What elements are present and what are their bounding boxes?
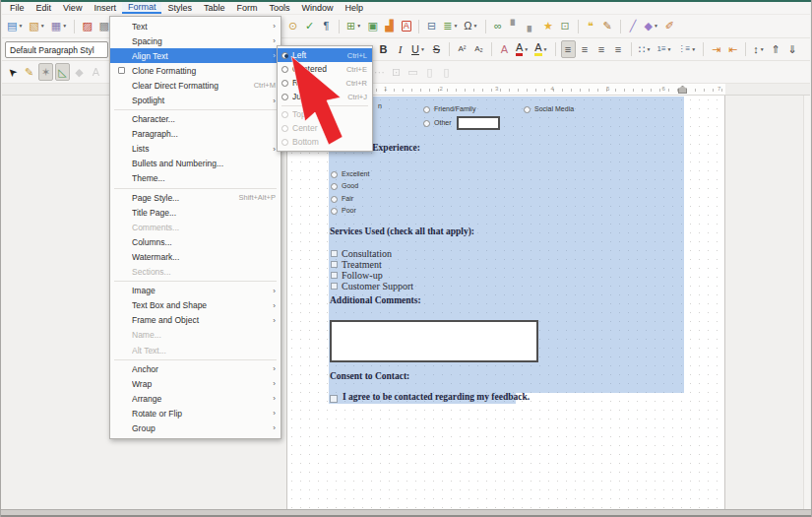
insert-image-button[interactable]: ▣ <box>365 18 380 35</box>
menubar-item-view[interactable]: View <box>57 2 88 14</box>
menu-item-frame-and-object[interactable]: Frame and Object› <box>110 313 281 328</box>
menubar-item-edit[interactable]: Edit <box>31 2 58 14</box>
highlight-color-button[interactable]: A▼ <box>532 40 549 58</box>
insert-field-button[interactable]: ≣▼ <box>441 18 460 35</box>
submenu-item-justified[interactable]: JustifiedCtrl+J <box>278 90 372 103</box>
submenu-item-right[interactable]: RightCtrl+R <box>278 76 372 90</box>
poor-radio[interactable] <box>331 208 338 215</box>
vertical-scrollbar[interactable] <box>803 96 810 509</box>
dropdown-arrow-icon[interactable]: ▼ <box>453 24 458 29</box>
consultation-check[interactable] <box>331 250 338 257</box>
menubar-item-tools[interactable]: Tools <box>263 2 295 14</box>
menu-item-image[interactable]: Image› <box>110 284 281 298</box>
strikethrough-button[interactable]: S <box>429 40 444 58</box>
friend-family-radio[interactable] <box>423 106 430 113</box>
menubar-item-form[interactable]: Form <box>230 2 263 14</box>
document-page[interactable]: n Friend/Family Social Media Other Rate … <box>286 96 725 509</box>
outline-list-button[interactable]: ⋮≡▼ <box>676 40 699 58</box>
select-pointer-button[interactable]: ➤ <box>5 63 20 81</box>
basic-shapes-button[interactable]: ◆▼ <box>643 18 660 35</box>
insert-chart-button[interactable]: ▟ <box>382 18 397 35</box>
menu-item-page-style[interactable]: Page Style...Shift+Alt+P <box>110 190 281 205</box>
menu-item-clone-formatting[interactable]: Clone Formatting <box>110 63 281 78</box>
menubar-item-styles[interactable]: Styles <box>161 2 198 14</box>
insert-table-button[interactable]: ⊞▼ <box>344 18 363 35</box>
draw-functions-button[interactable]: ✐ <box>662 18 677 35</box>
insert-comment-button[interactable]: ❝ <box>584 18 598 35</box>
spellcheck-button[interactable]: ✓ <box>302 18 317 35</box>
bullet-list-button[interactable]: ∷▼ <box>637 40 654 58</box>
insert-pagebreak-button[interactable]: ⊟ <box>424 18 439 35</box>
menu-item-wrap[interactable]: Wrap› <box>110 376 281 391</box>
save-button[interactable]: ▦▼ <box>49 18 69 35</box>
superscript-button[interactable]: A² <box>455 40 469 58</box>
insert-hyperlink-button[interactable]: ∞ <box>491 18 506 35</box>
special-character-button[interactable]: Ω▼ <box>462 18 479 35</box>
dropdown-arrow-icon[interactable]: ▼ <box>691 47 696 52</box>
align-justify-button[interactable]: ≡ <box>611 40 626 58</box>
menu-item-rotate-or-flip[interactable]: Rotate or Flip› <box>110 406 281 420</box>
clear-formatting-button[interactable]: A <box>497 40 512 58</box>
increase-indent-button[interactable]: ⇥ <box>709 40 723 58</box>
bold-button[interactable]: B <box>376 40 391 58</box>
dropdown-arrow-icon[interactable]: ▼ <box>760 47 765 52</box>
submenu-item-centered[interactable]: CenteredCtrl+E <box>278 62 372 76</box>
menu-item-bullets-and-numbering[interactable]: Bullets and Numbering... <box>110 157 281 171</box>
cross-reference-button[interactable]: ⊡ <box>558 18 573 35</box>
new-document-button[interactable]: ▤▼ <box>5 18 25 35</box>
menu-item-text-box-and-shape[interactable]: Text Box and Shape› <box>110 298 281 313</box>
excellent-radio[interactable] <box>331 171 338 178</box>
customer-support-check[interactable] <box>331 283 338 290</box>
decrease-paragraph-spacing-button[interactable]: ⇓ <box>785 40 800 58</box>
numbered-list-button[interactable]: 1≡▼ <box>655 40 673 58</box>
menubar-item-insert[interactable]: Insert <box>88 2 122 14</box>
insert-header-button[interactable]: ▘ <box>508 18 523 35</box>
dropdown-arrow-icon[interactable]: ▼ <box>524 47 529 52</box>
menu-item-group[interactable]: Group› <box>110 420 281 435</box>
menu-item-watermark[interactable]: Watermark... <box>110 249 281 264</box>
menu-item-theme[interactable]: Theme... <box>110 171 281 186</box>
design-mode-button[interactable]: ✎ <box>22 63 36 81</box>
menu-item-spotlight[interactable]: Spotlight› <box>110 93 281 107</box>
follow-up-check[interactable] <box>331 272 338 279</box>
other-text-input[interactable] <box>457 116 500 130</box>
consent-checkbox[interactable] <box>330 395 338 403</box>
insert-footer-button[interactable]: ▖ <box>525 18 539 35</box>
find-replace-button[interactable]: ⊙ <box>285 18 300 35</box>
social-media-radio[interactable] <box>524 106 531 113</box>
menu-item-clear-direct-formatting[interactable]: Clear Direct FormattingCtrl+M <box>110 78 281 93</box>
menubar-item-format[interactable]: Format <box>122 2 162 14</box>
dropdown-arrow-icon[interactable]: ▼ <box>654 24 658 29</box>
font-color-button[interactable]: A▼ <box>514 40 531 58</box>
dropdown-arrow-icon[interactable]: ▼ <box>647 47 652 52</box>
align-left-button[interactable]: ≡ <box>561 40 576 58</box>
insert-textbox-button[interactable]: A <box>399 18 413 35</box>
menu-item-paragraph[interactable]: Paragraph... <box>110 127 281 142</box>
menu-item-anchor[interactable]: Anchor› <box>110 361 281 376</box>
export-pdf-button[interactable]: ▨ <box>80 18 94 35</box>
control-wizards-button[interactable]: ✶ <box>38 63 53 81</box>
menu-item-spacing[interactable]: Spacing› <box>110 33 281 48</box>
insert-bookmark-button[interactable]: ★ <box>541 18 556 35</box>
menu-item-arrange[interactable]: Arrange› <box>110 391 281 406</box>
decrease-indent-button[interactable]: ⇤ <box>725 40 740 58</box>
submenu-item-left[interactable]: LeftCtrl+L <box>278 48 372 62</box>
comments-textarea[interactable] <box>330 320 538 362</box>
italic-button[interactable]: I <box>393 40 407 58</box>
subscript-button[interactable]: A₂ <box>471 40 486 58</box>
menubar-item-help[interactable]: Help <box>339 2 369 14</box>
dropdown-arrow-icon[interactable]: ▼ <box>40 24 45 29</box>
dropdown-arrow-icon[interactable]: ▼ <box>420 47 425 52</box>
dropdown-arrow-icon[interactable]: ▼ <box>356 24 361 29</box>
menubar-item-table[interactable]: Table <box>198 2 231 14</box>
insert-line-button[interactable]: ╱ <box>626 18 641 35</box>
treatment-check[interactable] <box>331 261 338 268</box>
menubar-item-file[interactable]: File <box>4 2 31 14</box>
paragraph-style-combo[interactable]: Default Paragraph Styl <box>5 41 108 58</box>
menu-item-columns[interactable]: Columns... <box>110 234 281 249</box>
menu-item-align-text[interactable]: Align Text› <box>110 48 281 63</box>
align-center-button[interactable]: ≡ <box>578 40 593 58</box>
fair-radio[interactable] <box>331 196 338 203</box>
menubar-item-window[interactable]: Window <box>295 2 339 14</box>
form-design-button[interactable]: ◺ <box>55 63 70 81</box>
